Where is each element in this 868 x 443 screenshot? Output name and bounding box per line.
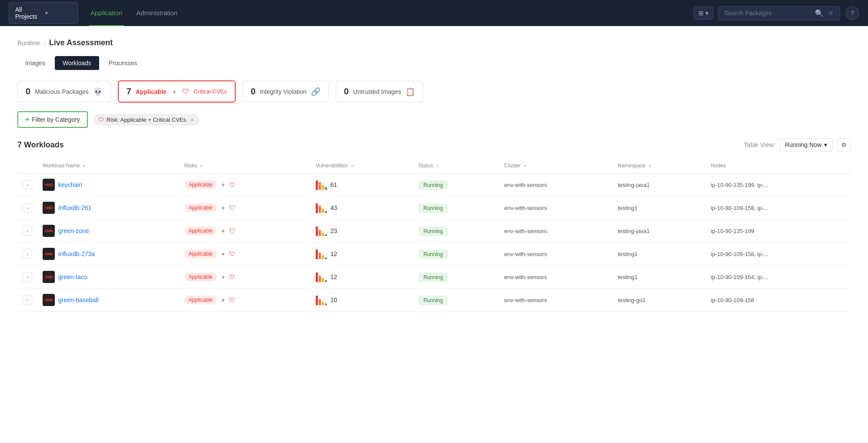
col-vulnerabilities[interactable]: Vulnerabilities ▾ (310, 158, 413, 173)
medium-bar (322, 185, 324, 190)
sort-icon: ▾ (83, 163, 85, 168)
nav-administration[interactable]: Administration (134, 0, 179, 26)
project-selector[interactable]: All Projects ▾ (9, 2, 78, 24)
col-risks[interactable]: Risks ▾ (179, 158, 310, 173)
active-filter-label: Risk: Applicable + Critical CVEs (107, 117, 186, 123)
workload-name-link[interactable]: green-zone (58, 227, 89, 234)
shield-icon: 🛡 (182, 88, 189, 96)
workloads-count: 7 Workloads (17, 140, 64, 150)
workload-name-link[interactable]: influxdb-261 (58, 204, 91, 211)
workload-name-link[interactable]: influxdb-273a (58, 250, 95, 257)
nodes-value: ip-10-90-109-158, ip-... (711, 251, 768, 257)
col-workload-name[interactable]: Workload Name ▾ (37, 158, 179, 173)
breadcrumb-parent[interactable]: Runtime (17, 40, 40, 47)
col-cluster[interactable]: Cluster ▾ (499, 158, 613, 173)
workload-icon: AMD (43, 248, 55, 260)
expand-row-button[interactable]: › (23, 203, 32, 213)
nodes-value: ip-10-90-109-158, ip-... (711, 205, 768, 211)
high-bar (319, 276, 321, 282)
critical-bar (316, 203, 318, 213)
expand-col-header (17, 158, 37, 173)
expand-row-button[interactable]: › (23, 226, 32, 236)
nodes-value: ip-10-90-109-158 (711, 297, 754, 303)
high-bar (319, 230, 321, 236)
search-icon[interactable]: 🔍 (815, 9, 824, 17)
vuln-count: 12 (331, 273, 337, 280)
vuln-count: 10 (331, 296, 337, 303)
vuln-bar-chart (316, 180, 327, 190)
namespace-value: testing-go1 (618, 297, 645, 303)
nodes-value: ip-10-90-109-154, ip-... (711, 274, 768, 280)
namespace-value: testing1 (618, 251, 638, 257)
high-bar (319, 182, 321, 190)
search-input[interactable] (724, 10, 811, 17)
col-namespace[interactable]: Namespace ▾ (612, 158, 705, 173)
namespace-value: testing1 (618, 205, 638, 211)
col-status[interactable]: Status ▾ (413, 158, 499, 173)
risk-cell: Applicable + 🛡 (184, 180, 305, 189)
table-row: › AMD influxdb-261 Applicable + 🛡 43 Run… (17, 197, 851, 220)
risk-applicable-badge: Applicable (184, 273, 217, 281)
critical-bar (316, 226, 318, 236)
expand-row-button[interactable]: › (23, 272, 32, 282)
remove-filter-button[interactable]: × (190, 117, 194, 123)
workload-name-link[interactable]: green-baseball (58, 296, 99, 303)
workload-name-link[interactable]: green-taco (58, 273, 87, 280)
filter-shield-icon: 🛡 (98, 117, 104, 123)
expand-row-button[interactable]: › (23, 180, 32, 190)
nav-application[interactable]: Application (89, 0, 124, 26)
settings-button[interactable]: ⚙ (837, 138, 851, 151)
medium-bar (322, 233, 324, 236)
untrusted-count: 0 (344, 87, 349, 97)
stat-integrity-violation[interactable]: 0 Integrity Violation 🔗 (243, 81, 329, 102)
col-nodes: Nodes (706, 158, 851, 173)
risk-applicable-badge: Applicable (184, 180, 217, 189)
cluster-value: env-with-sensors (504, 182, 547, 188)
vuln-count: 23 (331, 227, 337, 234)
vuln-bar-chart (316, 272, 327, 282)
filter-icon[interactable]: ≡ (827, 9, 835, 17)
help-button[interactable]: ? (845, 6, 859, 20)
clipboard-icon: 📋 (405, 87, 415, 97)
tab-images[interactable]: Images (17, 56, 53, 70)
workload-icon: AMD (43, 271, 55, 283)
risk-critical-icon: 🛡 (229, 296, 235, 303)
namespace-value: testing1 (618, 274, 638, 280)
vuln-cell: 23 (316, 226, 408, 236)
stats-row: 0 Malicious Packages 💀 7 Applicable + 🛡 … (17, 80, 851, 103)
tab-processes[interactable]: Processes (101, 56, 145, 70)
integrity-count: 0 (251, 87, 256, 97)
workload-icon: AMD (43, 294, 55, 306)
vuln-cell: 12 (316, 249, 408, 259)
status-badge: Running (418, 226, 448, 236)
low-bar (325, 211, 327, 213)
workload-icon: AMD (43, 202, 55, 214)
applicable-count: 7 (127, 87, 131, 97)
plus-sign: + (173, 88, 176, 95)
critical-label: Critical CVEs (194, 88, 227, 95)
sort-icon: ▾ (649, 163, 651, 168)
sort-icon: ▾ (524, 163, 526, 168)
plus-icon: + (25, 116, 29, 123)
cluster-value: env-with-sensors (504, 205, 547, 211)
filter-by-category-button[interactable]: + Filter by Category (17, 111, 88, 128)
stat-malicious-packages[interactable]: 0 Malicious Packages 💀 (17, 81, 111, 102)
main-content: Runtime › Live Assessment Images Workloa… (0, 26, 868, 443)
critical-bar (316, 296, 318, 305)
workload-name-link[interactable]: keychain (58, 181, 82, 188)
view-toggle-button[interactable]: ⊞ ▾ (694, 7, 713, 20)
table-row: › AMD keychain Applicable + 🛡 61 Running… (17, 173, 851, 197)
expand-row-button[interactable]: › (23, 295, 32, 305)
table-view-label: Table View: (744, 141, 775, 148)
applicable-label: Applicable (136, 88, 167, 95)
stat-untrusted-images[interactable]: 0 Untrusted Images 📋 (336, 81, 424, 102)
medium-bar (322, 255, 324, 259)
high-bar (319, 253, 321, 259)
expand-row-button[interactable]: › (23, 249, 32, 259)
search-bar: 🔍 ≡ (718, 6, 840, 20)
stat-applicable-cves[interactable]: 7 Applicable + 🛡 Critical CVEs (118, 80, 236, 103)
risk-critical-icon: 🛡 (229, 250, 235, 257)
skull-icon: 💀 (93, 87, 103, 97)
tab-workloads[interactable]: Workloads (55, 56, 99, 70)
table-view-dropdown[interactable]: Running Now ▾ (779, 138, 833, 151)
